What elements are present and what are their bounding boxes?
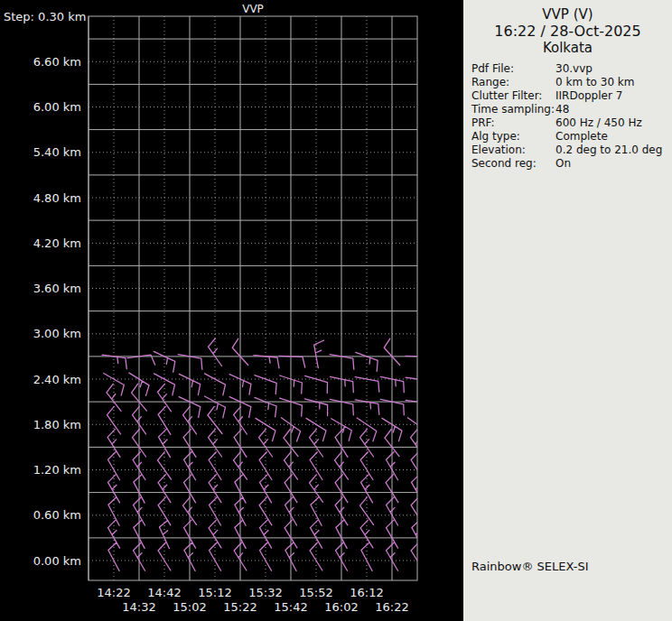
field-row: Second reg:On — [471, 157, 672, 171]
svg-text:0.00 km: 0.00 km — [33, 554, 81, 568]
field-value: 48 — [555, 103, 569, 116]
field-label: Pdf File: — [471, 62, 555, 76]
svg-text:16:22: 16:22 — [375, 600, 408, 614]
svg-text:3.00 km: 3.00 km — [33, 327, 81, 340]
svg-text:15:32: 15:32 — [248, 586, 282, 599]
field-list: Pdf File:30.vvpRange:0 km to 30 kmClutte… — [463, 62, 672, 171]
field-value: On — [555, 157, 571, 171]
svg-text:2.40 km: 2.40 km — [33, 373, 81, 386]
field-value: 600 Hz / 450 Hz — [555, 116, 642, 130]
step-label: Step: 0.30 km — [4, 10, 86, 23]
svg-text:15:52: 15:52 — [299, 586, 332, 599]
field-row: Elevation:0.2 deg to 21.0 deg — [471, 144, 672, 157]
panel-datetime: 16:22 / 28-Oct-2025 — [463, 23, 672, 40]
field-label: Time sampling: — [471, 103, 555, 116]
svg-text:16:02: 16:02 — [324, 600, 358, 614]
field-label: Clutter Filter: — [471, 89, 555, 103]
vvp-window: VVPStep: 0.30 km6.60 km6.00 km5.40 km4.8… — [0, 0, 672, 621]
svg-text:14:42: 14:42 — [147, 586, 181, 599]
svg-text:15:02: 15:02 — [173, 600, 206, 614]
svg-text:6.60 km: 6.60 km — [33, 55, 81, 69]
svg-text:15:22: 15:22 — [223, 600, 257, 614]
brand-footer: Rainbow® SELEX-SI — [471, 560, 589, 573]
field-value: 30.vvp — [555, 62, 593, 76]
field-row: Clutter Filter:IIRDoppler 7 — [471, 89, 672, 103]
field-label: PRF: — [471, 116, 555, 130]
svg-text:6.00 km: 6.00 km — [33, 100, 81, 114]
svg-text:15:42: 15:42 — [274, 600, 307, 614]
svg-text:4.80 km: 4.80 km — [33, 191, 81, 205]
field-label: Second reg: — [471, 157, 555, 171]
field-value: Complete — [555, 130, 608, 144]
wind-profile-time-height-chart: VVPStep: 0.30 km6.60 km6.00 km5.40 km4.8… — [0, 0, 463, 621]
field-label: Range: — [471, 76, 555, 89]
field-value: 0.2 deg to 21.0 deg — [555, 144, 662, 157]
chart-area: VVPStep: 0.30 km6.60 km6.00 km5.40 km4.8… — [0, 0, 463, 621]
info-panel: VVP (V) 16:22 / 28-Oct-2025 Kolkata Pdf … — [463, 0, 672, 621]
svg-text:VVP: VVP — [242, 3, 264, 15]
svg-text:1.20 km: 1.20 km — [33, 463, 81, 477]
svg-text:14:22: 14:22 — [97, 586, 130, 599]
field-label: Alg type: — [471, 130, 555, 144]
field-row: Range:0 km to 30 km — [471, 76, 672, 89]
field-value: 0 km to 30 km — [555, 76, 635, 89]
field-label: Elevation: — [471, 144, 555, 157]
svg-text:0.60 km: 0.60 km — [33, 508, 81, 522]
field-row: PRF:600 Hz / 450 Hz — [471, 116, 672, 130]
field-row: Time sampling:48 — [471, 103, 672, 116]
field-value: IIRDoppler 7 — [555, 89, 622, 103]
svg-text:4.20 km: 4.20 km — [33, 236, 81, 250]
wind-barbs — [102, 338, 432, 571]
panel-site: Kolkata — [463, 40, 672, 57]
svg-text:5.40 km: 5.40 km — [33, 145, 81, 159]
panel-product-title: VVP (V) — [463, 6, 672, 23]
svg-text:16:12: 16:12 — [350, 586, 383, 599]
field-row: Alg type:Complete — [471, 130, 672, 144]
field-row: Pdf File:30.vvp — [471, 62, 672, 76]
y-axis-labels: 6.60 km6.00 km5.40 km4.80 km4.20 km3.60 … — [33, 55, 81, 568]
chart-title: VVP — [242, 3, 264, 15]
svg-text:15:12: 15:12 — [198, 586, 231, 599]
svg-text:Step: 0.30 km: Step: 0.30 km — [4, 10, 86, 23]
svg-text:3.60 km: 3.60 km — [33, 282, 81, 295]
x-axis-labels: 14:2214:4215:1215:3215:5216:1214:3215:02… — [97, 586, 408, 614]
svg-text:14:32: 14:32 — [122, 600, 155, 614]
svg-text:1.80 km: 1.80 km — [33, 418, 81, 431]
